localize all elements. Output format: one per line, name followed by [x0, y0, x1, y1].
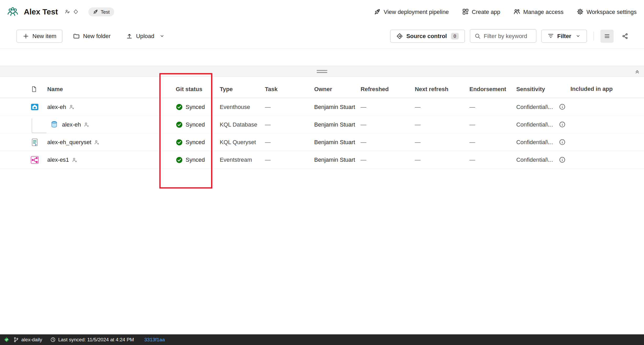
git-status-text: Synced: [186, 156, 205, 163]
new-item-button[interactable]: New item: [17, 29, 63, 43]
source-control-button[interactable]: Source control 0: [390, 29, 465, 43]
item-badge-icon: [69, 104, 74, 109]
info-icon[interactable]: [559, 121, 565, 128]
screen: Alex Test Test: [0, 0, 644, 345]
item-next-refresh: —: [415, 156, 469, 163]
item-refreshed: —: [361, 156, 415, 163]
app-grid-icon: [462, 8, 469, 15]
eventhouse-icon: [30, 102, 39, 111]
last-synced-text: Last synced: 11/5/2024 at 4:24 PM: [58, 337, 134, 343]
filter-button[interactable]: Filter: [541, 29, 587, 43]
app-window: Alex Test Test: [0, 0, 644, 345]
rocket-icon: [374, 8, 381, 15]
document-icon: [31, 86, 37, 92]
create-app-button[interactable]: Create app: [462, 8, 500, 15]
action-label: Workspace settings: [587, 8, 637, 15]
item-task: —: [265, 121, 314, 128]
filter-icon: [547, 33, 554, 39]
item-task: —: [265, 103, 314, 110]
upload-button[interactable]: Upload: [121, 30, 170, 42]
tree-connector: [32, 118, 46, 133]
column-header-sensitivity[interactable]: Sensitivity: [516, 86, 568, 92]
item-name[interactable]: alex-eh: [47, 103, 66, 110]
info-icon[interactable]: [559, 103, 565, 110]
folder-icon: [73, 33, 80, 39]
column-header-git-status[interactable]: Git status: [176, 86, 220, 92]
table-row[interactable]: alex-eh Synced Eventhouse — Benjamin Stu…: [0, 98, 644, 116]
kql-database-icon: [50, 120, 58, 128]
content-spacer: [0, 49, 644, 66]
workspace-settings-button[interactable]: Workspace settings: [577, 8, 637, 15]
chevron-down-icon: [575, 33, 581, 39]
list-view-icon: [604, 33, 610, 39]
item-type: Eventhouse: [220, 103, 265, 110]
column-header-name[interactable]: Name: [47, 86, 176, 92]
item-badge-icon: [84, 122, 89, 127]
collapse-panel-button[interactable]: [635, 69, 640, 74]
button-label: New item: [33, 33, 56, 39]
view-deployment-pipeline-button[interactable]: View deployment pipeline: [374, 8, 449, 15]
column-header-owner[interactable]: Owner: [314, 86, 361, 92]
item-name[interactable]: alex-eh_queryset: [47, 139, 91, 145]
rocket-icon: [93, 9, 98, 14]
button-label: New folder: [83, 33, 111, 39]
item-name[interactable]: alex-eh: [62, 121, 81, 128]
workspace-identity-icon: [65, 9, 70, 14]
item-name[interactable]: alex-es1: [47, 156, 69, 163]
search-input[interactable]: [484, 33, 532, 39]
source-control-count-badge: 0: [451, 33, 459, 39]
commit-hash-link[interactable]: 3313f1aa: [144, 337, 165, 343]
history-clock-icon: [50, 337, 56, 343]
synced-check-icon: [176, 156, 183, 163]
item-task: —: [265, 156, 314, 163]
kql-queryset-icon: [30, 138, 39, 147]
page-title: Alex Test: [24, 7, 58, 16]
item-badge-icon: [94, 139, 100, 145]
item-task: —: [265, 139, 314, 145]
table-row[interactable]: alex-eh Synced KQL Database — Benjamin S…: [0, 116, 644, 133]
action-label: View deployment pipeline: [384, 8, 449, 15]
deployment-stage-pill[interactable]: Test: [88, 7, 114, 16]
column-header-type[interactable]: Type: [220, 86, 265, 92]
eventstream-icon: [30, 155, 39, 164]
new-folder-button[interactable]: New folder: [68, 30, 116, 42]
button-label: Filter: [557, 33, 572, 39]
resize-handle[interactable]: [317, 70, 327, 73]
table-row[interactable]: alex-es1 Synced Eventstream — Benjamin S…: [0, 151, 644, 169]
items-toolbar: New item New folder Upload: [0, 23, 644, 49]
item-owner[interactable]: Benjamin Stuart: [314, 156, 361, 163]
item-endorsement: —: [469, 121, 516, 128]
lineage-view-button[interactable]: [619, 29, 632, 43]
synced-check-icon: [176, 103, 183, 110]
item-owner[interactable]: Benjamin Stuart: [314, 121, 361, 128]
git-status-text: Synced: [186, 103, 205, 110]
column-header-endorsement[interactable]: Endorsement: [469, 86, 516, 92]
git-branch-icon: [13, 337, 19, 343]
item-next-refresh: —: [415, 103, 469, 110]
column-header-task[interactable]: Task: [265, 86, 314, 92]
column-header-next-refresh[interactable]: Next refresh: [415, 86, 469, 92]
synced-check-icon: [176, 139, 183, 146]
item-type: KQL Database: [220, 121, 265, 128]
git-status-bar: alex-daily Last synced: 11/5/2024 at 4:2…: [0, 334, 644, 345]
git-status-text: Synced: [186, 139, 205, 145]
table-row[interactable]: alex-eh_queryset Synced KQL Queryset — B…: [0, 133, 644, 151]
search-box: [470, 29, 536, 43]
item-owner[interactable]: Benjamin Stuart: [314, 139, 361, 145]
doc-type-column-header: [25, 86, 47, 92]
info-icon[interactable]: [559, 156, 565, 163]
upload-icon: [126, 33, 133, 39]
item-type: KQL Queryset: [220, 139, 265, 145]
list-view-button[interactable]: [600, 29, 614, 43]
info-icon[interactable]: [559, 139, 565, 145]
double-chevron-up-icon: [635, 69, 640, 74]
item-endorsement: —: [469, 139, 516, 145]
branch-indicator[interactable]: alex-daily: [13, 337, 42, 343]
action-label: Create app: [472, 8, 500, 15]
item-badge-icon: [72, 157, 77, 162]
column-header-included-in-app[interactable]: Included in app: [568, 85, 609, 92]
item-owner[interactable]: Benjamin Stuart: [314, 103, 361, 110]
manage-access-button[interactable]: Manage access: [514, 8, 564, 15]
action-label: Manage access: [523, 8, 563, 15]
column-header-refreshed[interactable]: Refreshed: [361, 86, 415, 92]
